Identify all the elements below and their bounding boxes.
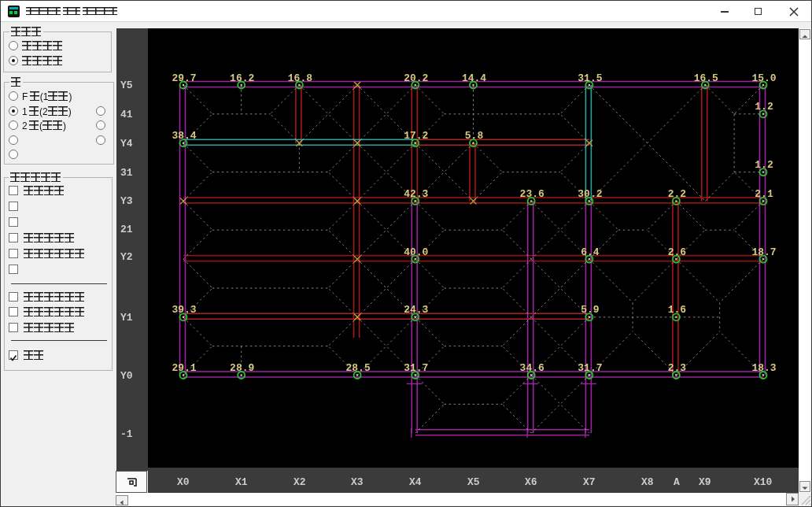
svg-text:34.6: 34.6 <box>520 362 544 374</box>
svg-text:14.4: 14.4 <box>462 72 486 84</box>
svg-text:38.4: 38.4 <box>172 130 196 142</box>
svg-text:28.9: 28.9 <box>230 362 254 374</box>
svg-text:16.2: 16.2 <box>230 72 254 84</box>
svg-text:2.2: 2.2 <box>668 188 687 200</box>
svg-text:1.6: 1.6 <box>668 304 687 316</box>
svg-text:42.3: 42.3 <box>404 188 428 200</box>
svg-text:17.2: 17.2 <box>404 130 428 142</box>
svg-text:6.4: 6.4 <box>581 246 600 258</box>
svg-text:2.3: 2.3 <box>668 362 687 374</box>
svg-text:28.5: 28.5 <box>345 362 370 374</box>
svg-text:16.8: 16.8 <box>288 72 312 84</box>
svg-text:29.7: 29.7 <box>172 72 196 84</box>
svg-text:20.2: 20.2 <box>404 72 428 84</box>
svg-text:18.7: 18.7 <box>751 246 776 258</box>
svg-text:16.5: 16.5 <box>694 72 718 84</box>
svg-text:40.0: 40.0 <box>404 246 428 258</box>
svg-text:2.6: 2.6 <box>668 246 687 258</box>
svg-text:31.7: 31.7 <box>404 362 428 374</box>
svg-text:15.0: 15.0 <box>751 72 776 84</box>
svg-text:29.1: 29.1 <box>172 362 196 374</box>
svg-text:39.3: 39.3 <box>172 304 196 316</box>
svg-text:5.9: 5.9 <box>581 304 600 316</box>
svg-text:5.8: 5.8 <box>465 130 484 142</box>
svg-text:23.6: 23.6 <box>520 188 544 200</box>
svg-text:1.2: 1.2 <box>755 159 773 171</box>
svg-text:24.3: 24.3 <box>404 304 428 316</box>
svg-text:30.2: 30.2 <box>578 188 602 200</box>
svg-text:31.5: 31.5 <box>578 72 602 84</box>
svg-text:1.2: 1.2 <box>755 101 773 113</box>
svg-text:2.1: 2.1 <box>755 188 773 200</box>
svg-text:31.7: 31.7 <box>578 362 602 374</box>
svg-text:18.3: 18.3 <box>751 362 776 374</box>
